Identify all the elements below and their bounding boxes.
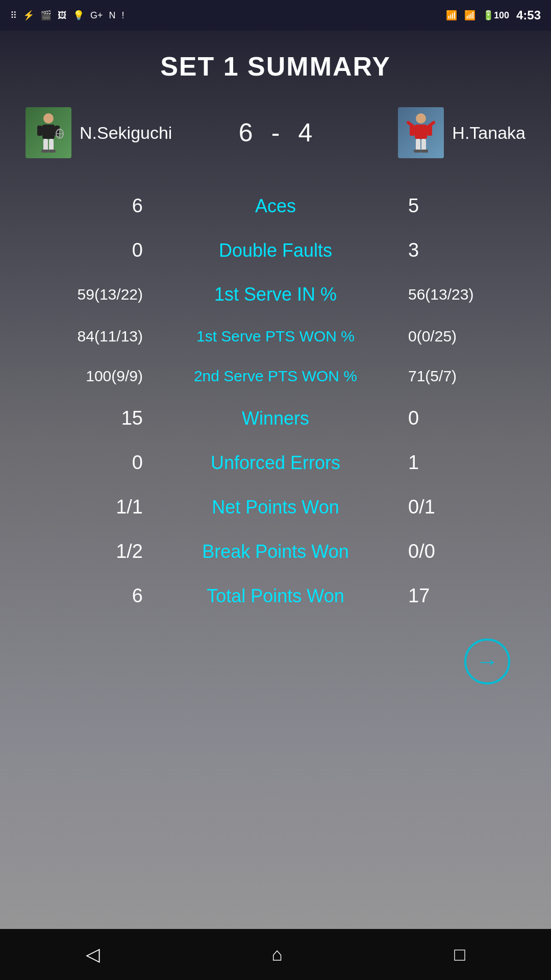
nfc-icon: N <box>109 10 116 21</box>
stat-row-total-points: 6 Total Points Won 17 <box>15 574 536 618</box>
player-right-name: H.Tanaka <box>452 123 525 143</box>
player-left-avatar <box>26 107 71 158</box>
gplus-icon: G+ <box>90 10 103 21</box>
svg-line-19 <box>408 122 415 128</box>
stat-winners-right: 0 <box>408 407 520 429</box>
svg-rect-17 <box>414 150 421 153</box>
home-button[interactable]: ⌂ <box>251 939 303 970</box>
svg-rect-12 <box>415 125 427 139</box>
stat-np-right: 0/1 <box>408 496 520 518</box>
stat-1sp-right: 0(0/25) <box>408 328 520 345</box>
svg-rect-2 <box>37 126 42 136</box>
stat-1si-right: 56(13/23) <box>408 286 520 303</box>
stat-tp-left: 6 <box>31 585 143 607</box>
stat-df-label: Double Faults <box>143 240 408 261</box>
stat-2sp-right: 71(5/7) <box>408 368 520 385</box>
svg-rect-5 <box>49 139 54 151</box>
stat-1si-label: 1st Serve IN % <box>143 284 408 305</box>
image-icon: 🖼 <box>58 10 67 21</box>
svg-rect-7 <box>48 150 56 153</box>
status-time: 4:53 <box>516 8 541 22</box>
stat-ue-right: 1 <box>408 452 520 474</box>
stat-row-net-points: 1/1 Net Points Won 0/1 <box>15 485 536 529</box>
svg-rect-18 <box>421 150 428 153</box>
player-left-name: N.Sekiguchi <box>80 123 172 143</box>
stat-row-2nd-serve-pts: 100(9/9) 2nd Serve PTS WON % 71(5/7) <box>15 356 536 396</box>
stat-tp-right: 17 <box>408 585 520 607</box>
players-row: N.Sekiguchi 6 - 4 <box>15 107 536 158</box>
player-right: H.Tanaka <box>320 107 536 158</box>
stat-row-unforced-errors: 0 Unforced Errors 1 <box>15 440 536 485</box>
status-bar: ⠿ ⚡ 🎬 🖼 💡 G+ N ! 📶 📶 🔋100 4:53 <box>0 0 551 31</box>
stat-row-break-points: 1/2 Break Points Won 0/0 <box>15 529 536 574</box>
player-right-avatar <box>398 107 444 158</box>
stat-bp-label: Break Points Won <box>143 541 408 562</box>
player-right-avatar-svg <box>406 112 436 153</box>
status-icons-right: 📶 📶 🔋100 4:53 <box>446 8 541 22</box>
stat-ue-label: Unforced Errors <box>143 452 408 474</box>
svg-rect-6 <box>41 150 48 153</box>
stat-ue-left: 0 <box>31 452 143 474</box>
svg-point-0 <box>43 113 54 124</box>
stat-row-winners: 15 Winners 0 <box>15 396 536 440</box>
signal-icon: 📶 <box>464 10 475 21</box>
stat-1sp-label: 1st Serve PTS WON % <box>143 328 408 345</box>
score-area: 6 - 4 <box>231 118 321 148</box>
back-button[interactable]: ◁ <box>65 939 120 970</box>
usb-icon: ⚡ <box>23 10 34 21</box>
bottom-nav: ◁ ⌂ □ <box>0 929 551 980</box>
svg-rect-4 <box>43 139 48 151</box>
player-left-avatar-svg <box>33 112 64 153</box>
svg-rect-1 <box>42 125 55 139</box>
stat-row-aces: 6 Aces 5 <box>15 184 536 228</box>
stat-df-right: 3 <box>408 239 520 261</box>
stat-2sp-left: 100(9/9) <box>31 368 143 385</box>
alert-icon: ! <box>122 10 124 21</box>
stat-1si-left: 59(13/22) <box>31 286 143 303</box>
stat-row-1st-serve-pts: 84(11/13) 1st Serve PTS WON % 0(0/25) <box>15 316 536 356</box>
page-title: SET 1 SUMMARY <box>160 51 391 82</box>
menu-icon: ⠿ <box>10 10 17 21</box>
stat-2sp-label: 2nd Serve PTS WON % <box>143 368 408 385</box>
stat-winners-left: 15 <box>31 407 143 429</box>
stat-bp-right: 0/0 <box>408 541 520 562</box>
wifi-icon: 📶 <box>446 10 457 21</box>
battery-icon: 🔋100 <box>483 10 509 21</box>
stat-tp-label: Total Points Won <box>143 585 408 607</box>
stat-winners-label: Winners <box>143 408 408 429</box>
svg-point-11 <box>416 113 426 124</box>
stat-df-left: 0 <box>31 239 143 261</box>
stat-np-left: 1/1 <box>31 496 143 518</box>
next-button[interactable]: → <box>464 639 510 684</box>
recents-button[interactable]: □ <box>434 939 486 970</box>
stat-row-double-faults: 0 Double Faults 3 <box>15 228 536 273</box>
stat-bp-left: 1/2 <box>31 541 143 562</box>
stat-row-1st-serve-in: 59(13/22) 1st Serve IN % 56(13/23) <box>15 273 536 316</box>
stat-1sp-left: 84(11/13) <box>31 328 143 345</box>
player-left: N.Sekiguchi <box>15 107 231 158</box>
svg-line-20 <box>427 122 434 128</box>
status-icons-left: ⠿ ⚡ 🎬 🖼 💡 G+ N ! <box>10 10 124 21</box>
stat-aces-left: 6 <box>31 195 143 217</box>
stats-table: 6 Aces 5 0 Double Faults 3 59(13/22) 1st… <box>15 184 536 618</box>
stat-aces-label: Aces <box>143 195 408 217</box>
main-content: SET 1 SUMMARY N.Se <box>0 31 551 929</box>
svg-rect-16 <box>421 139 426 151</box>
stat-np-label: Net Points Won <box>143 497 408 518</box>
score-right: 4 <box>290 118 320 148</box>
bulb-icon: 💡 <box>73 10 84 21</box>
next-arrow-icon: → <box>476 649 498 674</box>
score-separator: - <box>271 118 280 148</box>
media-icon: 🎬 <box>40 10 52 21</box>
svg-rect-15 <box>416 139 420 151</box>
stat-aces-right: 5 <box>408 195 520 217</box>
score-left: 6 <box>231 118 261 148</box>
